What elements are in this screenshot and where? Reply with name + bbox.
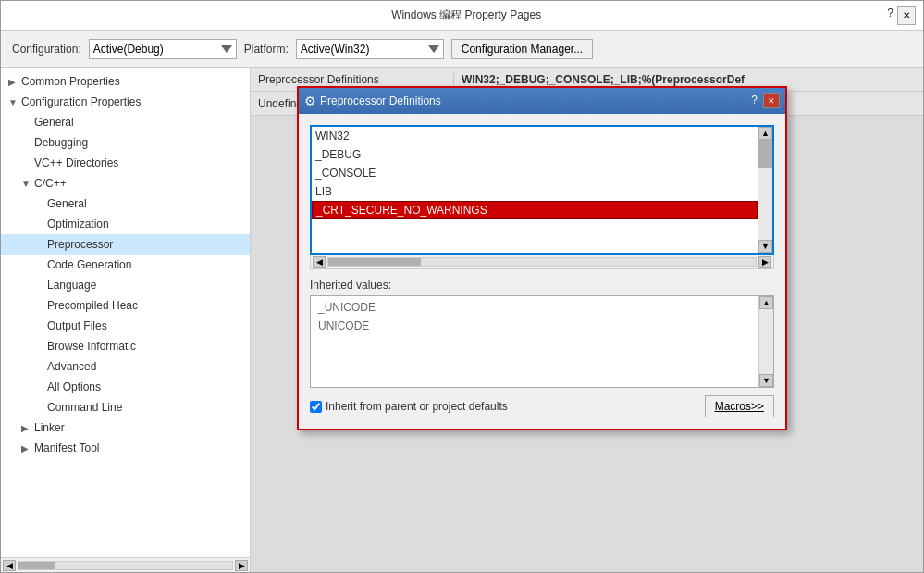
tree-item-label: Linker bbox=[34, 421, 65, 434]
scroll-left-button[interactable]: ◀ bbox=[3, 560, 16, 571]
inherited-item-unicode2: UNICODE bbox=[314, 317, 755, 335]
tree-item-config-properties[interactable]: ▼ Configuration Properties bbox=[1, 92, 250, 112]
scroll-right-button[interactable]: ▶ bbox=[758, 256, 771, 268]
tree-item-language[interactable]: Language bbox=[1, 275, 250, 295]
tree-item-all-options[interactable]: All Options bbox=[1, 377, 250, 397]
modal-footer: Inherit from parent or project defaults … bbox=[310, 395, 774, 417]
tree-item-label: Browse Informatic bbox=[47, 340, 136, 353]
tree-item-common-properties[interactable]: ▶ Common Properties bbox=[1, 71, 250, 92]
tree-item-browse-info[interactable]: Browse Informatic bbox=[1, 336, 250, 356]
configuration-manager-button[interactable]: Configuration Manager... bbox=[451, 39, 593, 59]
tree-item-label: Common Properties bbox=[21, 75, 120, 88]
scroll-track bbox=[18, 561, 233, 570]
arrow-icon: ▼ bbox=[21, 179, 34, 189]
arrow-icon: ▶ bbox=[8, 77, 21, 87]
tree-item-label: General bbox=[34, 116, 74, 129]
tree-item-manifest-tool[interactable]: ▶ Manifest Tool bbox=[1, 438, 250, 458]
modal-help-button[interactable]: ? bbox=[751, 93, 758, 108]
platform-label: Platform: bbox=[244, 43, 289, 56]
inherited-list-container: _UNICODE UNICODE ▲ ▼ bbox=[310, 295, 774, 388]
tree-container[interactable]: ▶ Common Properties ▼ Configuration Prop… bbox=[1, 68, 250, 557]
scroll-track bbox=[759, 309, 773, 374]
modal-controls: ? ✕ bbox=[751, 93, 780, 108]
content-area: ▶ Common Properties ▼ Configuration Prop… bbox=[1, 68, 923, 572]
tree-item-precompiled-headers[interactable]: Precompiled Heac bbox=[1, 295, 250, 316]
config-row: Configuration: Active(Debug) Platform: A… bbox=[1, 31, 923, 68]
tree-item-command-line[interactable]: Command Line bbox=[1, 397, 250, 417]
scroll-down-button[interactable]: ▼ bbox=[759, 374, 773, 387]
title-bar-controls: ? ✕ bbox=[887, 6, 916, 25]
definitions-list-container: WIN32 _DEBUG _CONSOLE LIB _CRT_SECURE_NO… bbox=[310, 125, 774, 255]
macros-button-label: Macros>> bbox=[715, 400, 764, 413]
scroll-thumb bbox=[18, 562, 55, 569]
tree-item-cpp[interactable]: ▼ C/C++ bbox=[1, 173, 250, 193]
close-button[interactable]: ✕ bbox=[897, 6, 916, 25]
tree-item-label: Advanced bbox=[47, 360, 96, 373]
right-panel: Preprocessor Definitions WIN32;_DEBUG;_C… bbox=[251, 68, 923, 572]
macros-button[interactable]: Macros>> bbox=[705, 395, 774, 417]
tree-item-label: C/C++ bbox=[34, 177, 67, 190]
arrow-icon: ▼ bbox=[8, 97, 21, 107]
gear-icon: ⚙ bbox=[304, 93, 316, 108]
tree-item-cpp-general[interactable]: General bbox=[1, 193, 250, 214]
modal-title-text: Preprocessor Definitions bbox=[320, 94, 441, 107]
definition-item-win32[interactable]: WIN32 bbox=[312, 127, 758, 145]
definition-item-console[interactable]: _CONSOLE bbox=[312, 164, 758, 182]
scroll-thumb bbox=[758, 140, 772, 168]
help-button[interactable]: ? bbox=[887, 6, 893, 25]
modal-close-button[interactable]: ✕ bbox=[763, 93, 780, 108]
definition-item-debug[interactable]: _DEBUG bbox=[312, 145, 758, 164]
inherit-checkbox-label[interactable]: Inherit from parent or project defaults bbox=[310, 400, 508, 413]
tree-item-label: All Options bbox=[47, 380, 101, 393]
definition-item-lib[interactable]: LIB bbox=[312, 182, 758, 201]
inherit-checkbox[interactable] bbox=[310, 401, 322, 413]
configuration-label: Configuration: bbox=[12, 43, 81, 56]
tree-item-linker[interactable]: ▶ Linker bbox=[1, 417, 250, 438]
tree-item-label: Optimization bbox=[47, 218, 109, 230]
inherited-list-content: _UNICODE UNICODE bbox=[311, 296, 758, 387]
definition-item-crt-secure[interactable]: _CRT_SECURE_NO_WARNINGS bbox=[312, 201, 758, 219]
inherited-item-unicode1: _UNICODE bbox=[314, 298, 755, 317]
tree-item-label: Debugging bbox=[34, 136, 88, 149]
modal-dialog: ⚙ Preprocessor Definitions ? ✕ bbox=[297, 86, 787, 430]
title-bar: Windows 编程 Property Pages ? ✕ bbox=[1, 1, 923, 31]
platform-select[interactable]: Active(Win32) bbox=[296, 39, 444, 59]
tree-item-label: Preprocessor bbox=[47, 238, 113, 251]
tree-item-label: Code Generation bbox=[47, 258, 131, 271]
tree-item-optimization[interactable]: Optimization bbox=[1, 214, 250, 234]
modal-body: WIN32 _DEBUG _CONSOLE LIB _CRT_SECURE_NO… bbox=[299, 114, 785, 429]
tree-item-vc-directories[interactable]: VC++ Directories bbox=[1, 153, 250, 173]
tree-item-label: General bbox=[47, 197, 87, 210]
scroll-right-button[interactable]: ▶ bbox=[235, 560, 248, 571]
definitions-h-scrollbar[interactable]: ◀ ▶ bbox=[310, 255, 774, 269]
scroll-down-button[interactable]: ▼ bbox=[758, 240, 772, 253]
tree-item-label: Output Files bbox=[47, 319, 107, 332]
scroll-left-button[interactable]: ◀ bbox=[313, 256, 326, 268]
definitions-v-scrollbar[interactable]: ▲ ▼ bbox=[758, 127, 772, 253]
inherit-checkbox-text: Inherit from parent or project defaults bbox=[326, 400, 508, 413]
scroll-up-button[interactable]: ▲ bbox=[759, 296, 773, 309]
tree-item-code-generation[interactable]: Code Generation bbox=[1, 255, 250, 275]
scroll-up-button[interactable]: ▲ bbox=[758, 127, 772, 140]
main-window: Windows 编程 Property Pages ? ✕ Configurat… bbox=[0, 0, 924, 573]
tree-item-label: Command Line bbox=[47, 401, 122, 414]
window-title: Windows 编程 Property Pages bbox=[45, 7, 887, 23]
modal-title: ⚙ Preprocessor Definitions bbox=[304, 93, 441, 108]
definitions-list-content: WIN32 _DEBUG _CONSOLE LIB _CRT_SECURE_NO… bbox=[312, 127, 758, 253]
configuration-select[interactable]: Active(Debug) bbox=[89, 39, 237, 59]
scroll-track bbox=[758, 140, 772, 240]
tree-item-general[interactable]: General bbox=[1, 112, 250, 132]
modal-titlebar: ⚙ Preprocessor Definitions ? ✕ bbox=[299, 88, 785, 114]
tree-item-debugging[interactable]: Debugging bbox=[1, 132, 250, 153]
tree-item-output-files[interactable]: Output Files bbox=[1, 316, 250, 336]
tree-item-preprocessor[interactable]: Preprocessor bbox=[1, 234, 250, 255]
tree-item-label: Language bbox=[47, 279, 96, 292]
inherited-v-scrollbar[interactable]: ▲ ▼ bbox=[758, 296, 773, 387]
tree-item-advanced[interactable]: Advanced bbox=[1, 356, 250, 377]
h-scroll-track bbox=[327, 257, 757, 267]
tree-item-label: Precompiled Heac bbox=[47, 299, 138, 312]
left-panel: ▶ Common Properties ▼ Configuration Prop… bbox=[1, 68, 251, 572]
arrow-icon: ▶ bbox=[21, 423, 34, 433]
inherited-label: Inherited values: bbox=[310, 279, 774, 292]
tree-scrollbar[interactable]: ◀ ▶ bbox=[1, 557, 250, 572]
